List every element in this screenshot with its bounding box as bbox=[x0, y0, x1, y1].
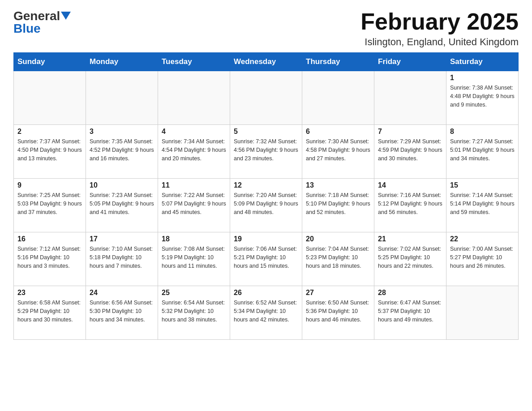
calendar-cell: 15Sunrise: 7:14 AM Sunset: 5:14 PM Dayli… bbox=[446, 179, 519, 232]
week-row-3: 9Sunrise: 7:25 AM Sunset: 5:03 PM Daylig… bbox=[14, 179, 519, 232]
calendar-cell: 7Sunrise: 7:29 AM Sunset: 4:59 PM Daylig… bbox=[374, 125, 446, 179]
day-number: 24 bbox=[90, 289, 154, 297]
calendar-cell: 10Sunrise: 7:23 AM Sunset: 5:05 PM Dayli… bbox=[86, 179, 158, 232]
day-info: Sunrise: 6:54 AM Sunset: 5:32 PM Dayligh… bbox=[162, 299, 226, 324]
calendar-cell: 24Sunrise: 6:56 AM Sunset: 5:30 PM Dayli… bbox=[86, 286, 158, 340]
day-number: 12 bbox=[234, 181, 298, 189]
week-row-4: 16Sunrise: 7:12 AM Sunset: 5:16 PM Dayli… bbox=[14, 232, 519, 286]
calendar-cell bbox=[230, 71, 302, 125]
calendar-cell: 25Sunrise: 6:54 AM Sunset: 5:32 PM Dayli… bbox=[158, 286, 230, 340]
calendar-cell: 2Sunrise: 7:37 AM Sunset: 4:50 PM Daylig… bbox=[14, 125, 86, 179]
calendar-cell: 9Sunrise: 7:25 AM Sunset: 5:03 PM Daylig… bbox=[14, 179, 86, 232]
day-number: 9 bbox=[17, 181, 82, 189]
calendar-cell: 6Sunrise: 7:30 AM Sunset: 4:58 PM Daylig… bbox=[302, 125, 374, 179]
calendar-cell: 8Sunrise: 7:27 AM Sunset: 5:01 PM Daylig… bbox=[446, 125, 519, 179]
day-number: 7 bbox=[378, 128, 442, 136]
day-number: 19 bbox=[234, 235, 298, 243]
day-info: Sunrise: 7:18 AM Sunset: 5:10 PM Dayligh… bbox=[306, 191, 370, 216]
day-number: 26 bbox=[234, 289, 298, 297]
day-info: Sunrise: 7:02 AM Sunset: 5:25 PM Dayligh… bbox=[378, 245, 442, 270]
day-number: 6 bbox=[306, 128, 370, 136]
day-number: 15 bbox=[450, 181, 515, 189]
calendar-cell bbox=[374, 71, 446, 125]
day-number: 10 bbox=[90, 181, 154, 189]
day-info: Sunrise: 7:22 AM Sunset: 5:07 PM Dayligh… bbox=[162, 191, 226, 216]
month-title: February 2025 bbox=[360, 9, 519, 34]
day-info: Sunrise: 7:35 AM Sunset: 4:52 PM Dayligh… bbox=[90, 137, 154, 163]
calendar-cell: 11Sunrise: 7:22 AM Sunset: 5:07 PM Dayli… bbox=[158, 179, 230, 232]
page-header: General Blue February 2025 Islington, En… bbox=[13, 9, 519, 48]
day-number: 14 bbox=[378, 181, 442, 189]
day-number: 17 bbox=[90, 235, 154, 243]
calendar-cell: 13Sunrise: 7:18 AM Sunset: 5:10 PM Dayli… bbox=[302, 179, 374, 232]
calendar-cell bbox=[158, 71, 230, 125]
calendar-cell bbox=[446, 286, 519, 340]
week-row-5: 23Sunrise: 6:58 AM Sunset: 5:29 PM Dayli… bbox=[14, 286, 519, 340]
calendar-cell: 28Sunrise: 6:47 AM Sunset: 5:37 PM Dayli… bbox=[374, 286, 446, 340]
day-number: 11 bbox=[162, 181, 226, 189]
calendar-header-sunday: Sunday bbox=[14, 53, 86, 71]
calendar-cell: 12Sunrise: 7:20 AM Sunset: 5:09 PM Dayli… bbox=[230, 179, 302, 232]
day-info: Sunrise: 7:08 AM Sunset: 5:19 PM Dayligh… bbox=[162, 245, 226, 270]
day-number: 13 bbox=[306, 181, 370, 189]
week-row-2: 2Sunrise: 7:37 AM Sunset: 4:50 PM Daylig… bbox=[14, 125, 519, 179]
calendar-cell: 17Sunrise: 7:10 AM Sunset: 5:18 PM Dayli… bbox=[86, 232, 158, 286]
day-info: Sunrise: 6:56 AM Sunset: 5:30 PM Dayligh… bbox=[90, 299, 154, 324]
day-number: 3 bbox=[90, 128, 154, 136]
day-info: Sunrise: 7:27 AM Sunset: 5:01 PM Dayligh… bbox=[450, 137, 515, 163]
day-number: 22 bbox=[450, 235, 515, 243]
day-info: Sunrise: 6:58 AM Sunset: 5:29 PM Dayligh… bbox=[17, 299, 82, 324]
calendar-cell: 16Sunrise: 7:12 AM Sunset: 5:16 PM Dayli… bbox=[14, 232, 86, 286]
day-number: 2 bbox=[17, 128, 82, 136]
calendar-cell bbox=[302, 71, 374, 125]
week-row-1: 1Sunrise: 7:38 AM Sunset: 4:48 PM Daylig… bbox=[14, 71, 519, 125]
calendar-cell: 23Sunrise: 6:58 AM Sunset: 5:29 PM Dayli… bbox=[14, 286, 86, 340]
calendar-header-row: SundayMondayTuesdayWednesdayThursdayFrid… bbox=[14, 53, 519, 71]
day-info: Sunrise: 7:00 AM Sunset: 5:27 PM Dayligh… bbox=[450, 245, 515, 270]
calendar-cell: 22Sunrise: 7:00 AM Sunset: 5:27 PM Dayli… bbox=[446, 232, 519, 286]
calendar-cell: 3Sunrise: 7:35 AM Sunset: 4:52 PM Daylig… bbox=[86, 125, 158, 179]
day-info: Sunrise: 7:32 AM Sunset: 4:56 PM Dayligh… bbox=[234, 137, 298, 163]
calendar-header-friday: Friday bbox=[374, 53, 446, 71]
calendar-cell: 5Sunrise: 7:32 AM Sunset: 4:56 PM Daylig… bbox=[230, 125, 302, 179]
calendar-cell bbox=[86, 71, 158, 125]
calendar-header-saturday: Saturday bbox=[446, 53, 519, 71]
day-info: Sunrise: 7:16 AM Sunset: 5:12 PM Dayligh… bbox=[378, 191, 442, 216]
day-number: 20 bbox=[306, 235, 370, 243]
day-number: 4 bbox=[162, 128, 226, 136]
calendar-header-thursday: Thursday bbox=[302, 53, 374, 71]
day-number: 16 bbox=[17, 235, 82, 243]
day-number: 27 bbox=[306, 289, 370, 297]
day-number: 25 bbox=[162, 289, 226, 297]
day-info: Sunrise: 7:12 AM Sunset: 5:16 PM Dayligh… bbox=[17, 245, 82, 270]
day-info: Sunrise: 6:47 AM Sunset: 5:37 PM Dayligh… bbox=[378, 299, 442, 324]
svg-marker-0 bbox=[61, 12, 71, 20]
calendar-cell: 14Sunrise: 7:16 AM Sunset: 5:12 PM Dayli… bbox=[374, 179, 446, 232]
calendar-header-monday: Monday bbox=[86, 53, 158, 71]
day-number: 1 bbox=[450, 74, 515, 82]
calendar-cell: 21Sunrise: 7:02 AM Sunset: 5:25 PM Dayli… bbox=[374, 232, 446, 286]
calendar-cell bbox=[14, 71, 86, 125]
day-number: 21 bbox=[378, 235, 442, 243]
day-info: Sunrise: 7:34 AM Sunset: 4:54 PM Dayligh… bbox=[162, 137, 226, 163]
day-info: Sunrise: 7:29 AM Sunset: 4:59 PM Dayligh… bbox=[378, 137, 442, 163]
calendar-cell: 19Sunrise: 7:06 AM Sunset: 5:21 PM Dayli… bbox=[230, 232, 302, 286]
day-number: 23 bbox=[17, 289, 82, 297]
day-info: Sunrise: 7:10 AM Sunset: 5:18 PM Dayligh… bbox=[90, 245, 154, 270]
day-number: 28 bbox=[378, 289, 442, 297]
calendar-cell: 27Sunrise: 6:50 AM Sunset: 5:36 PM Dayli… bbox=[302, 286, 374, 340]
day-number: 8 bbox=[450, 128, 515, 136]
calendar-header-tuesday: Tuesday bbox=[158, 53, 230, 71]
day-info: Sunrise: 7:30 AM Sunset: 4:58 PM Dayligh… bbox=[306, 137, 370, 163]
day-info: Sunrise: 7:25 AM Sunset: 5:03 PM Dayligh… bbox=[17, 191, 82, 216]
calendar-table: SundayMondayTuesdayWednesdayThursdayFrid… bbox=[13, 52, 519, 340]
day-number: 18 bbox=[162, 235, 226, 243]
calendar-cell: 26Sunrise: 6:52 AM Sunset: 5:34 PM Dayli… bbox=[230, 286, 302, 340]
logo-arrow-icon bbox=[61, 12, 71, 21]
day-info: Sunrise: 7:04 AM Sunset: 5:23 PM Dayligh… bbox=[306, 245, 370, 270]
calendar-cell: 18Sunrise: 7:08 AM Sunset: 5:19 PM Dayli… bbox=[158, 232, 230, 286]
calendar-cell: 20Sunrise: 7:04 AM Sunset: 5:23 PM Dayli… bbox=[302, 232, 374, 286]
day-number: 5 bbox=[234, 128, 298, 136]
day-info: Sunrise: 6:52 AM Sunset: 5:34 PM Dayligh… bbox=[234, 299, 298, 324]
day-info: Sunrise: 7:14 AM Sunset: 5:14 PM Dayligh… bbox=[450, 191, 515, 216]
